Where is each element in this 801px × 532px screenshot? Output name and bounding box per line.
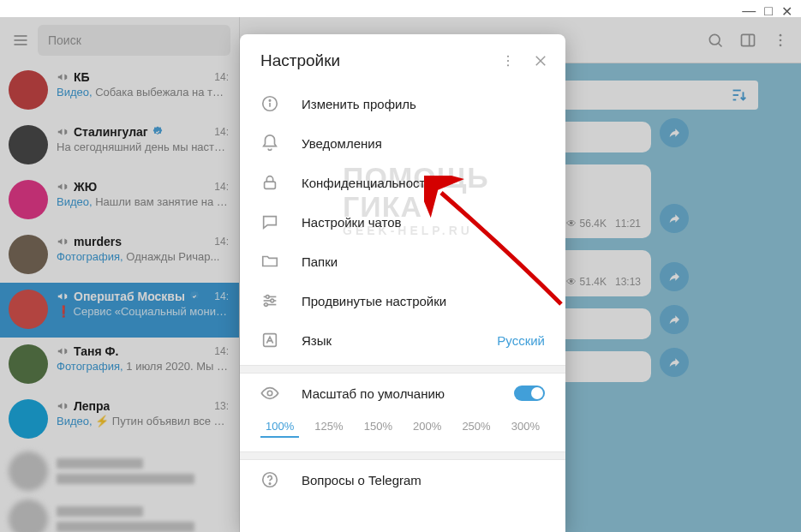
zoom-option[interactable]: 300% (506, 416, 545, 438)
settings-label: Настройки чатов (302, 215, 545, 230)
settings-label: Папки (302, 254, 545, 269)
zoom-option[interactable]: 100% (260, 416, 299, 438)
svg-point-29 (267, 391, 272, 396)
zoom-option[interactable]: 200% (408, 416, 446, 438)
svg-point-14 (507, 60, 509, 62)
folder-icon (260, 252, 279, 271)
settings-faq-row[interactable]: Вопросы о Telegram (240, 460, 565, 499)
settings-row-lock[interactable]: Конфиденциальность (240, 163, 565, 202)
svg-point-20 (269, 100, 270, 101)
settings-value: Русский (497, 333, 545, 348)
info-icon (260, 94, 279, 113)
settings-row-sliders[interactable]: Продвинутые настройки (240, 281, 565, 320)
sliders-icon (260, 291, 279, 310)
settings-zoom-row: Масштаб по умолчанию (240, 374, 565, 413)
settings-row-info[interactable]: Изменить профиль (240, 84, 565, 123)
modal-title: Настройки (260, 51, 500, 70)
settings-modal: Настройки Изменить профиль Уведомления К… (240, 34, 565, 532)
zoom-label: Масштаб по умолчанию (302, 386, 492, 401)
svg-point-26 (271, 299, 274, 302)
separator (240, 365, 565, 374)
zoom-toggle[interactable] (514, 386, 545, 401)
svg-point-15 (507, 64, 509, 66)
settings-label: Конфиденциальность (302, 176, 545, 190)
svg-point-25 (266, 296, 269, 299)
bell-icon (260, 134, 279, 152)
zoom-option[interactable]: 125% (309, 416, 348, 438)
zoom-option[interactable]: 150% (359, 416, 398, 438)
svg-point-13 (507, 56, 509, 57)
settings-row-bell[interactable]: Уведомления (240, 123, 565, 163)
modal-close-icon[interactable] (533, 53, 548, 69)
eye-icon (260, 384, 279, 403)
lock-icon (260, 173, 279, 192)
svg-point-27 (265, 303, 268, 307)
settings-label: Изменить профиль (302, 97, 545, 111)
svg-point-31 (269, 483, 270, 484)
settings-row-lang[interactable]: Язык Русский (240, 320, 565, 360)
chat-icon (260, 212, 279, 231)
settings-label: Продвинутые настройки (302, 294, 545, 308)
faq-label: Вопросы о Telegram (302, 473, 545, 487)
zoom-option[interactable]: 250% (457, 416, 495, 438)
settings-label: Уведомления (302, 136, 545, 151)
settings-row-folder[interactable]: Папки (240, 242, 565, 281)
settings-row-chat[interactable]: Настройки чатов (240, 202, 565, 242)
settings-label: Язык (302, 333, 475, 348)
zoom-levels: 100%125%150%200%250%300% (240, 413, 565, 451)
svg-rect-21 (265, 182, 276, 188)
separator (240, 451, 565, 460)
modal-more-icon[interactable] (500, 53, 516, 69)
help-icon (260, 470, 279, 489)
lang-icon (260, 331, 279, 350)
